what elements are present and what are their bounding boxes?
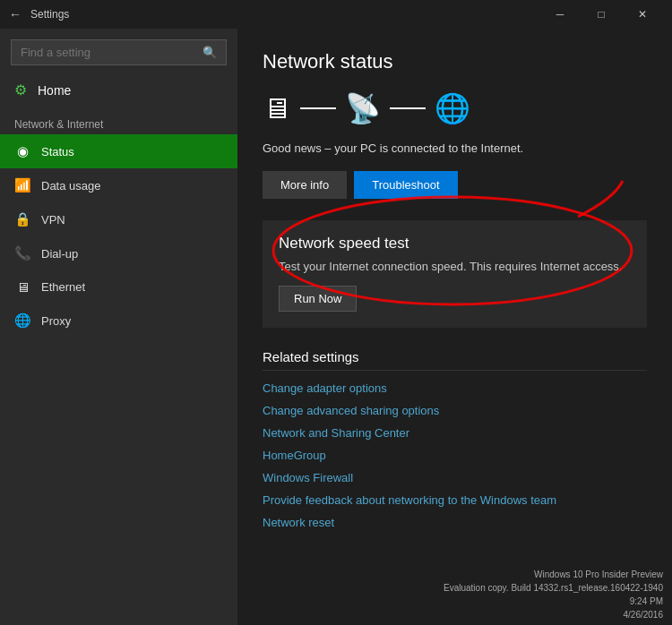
sidebar-item-vpn-label: VPN	[41, 213, 65, 227]
speed-test-section: Network speed test Test your Internet co…	[263, 220, 647, 328]
troubleshoot-button[interactable]: Troubleshoot	[354, 171, 457, 199]
home-icon: ⚙	[14, 81, 27, 98]
main-window: 🔍 ⚙ Home Network & Internet ◉ Status 📶 D…	[0, 29, 672, 625]
sidebar-item-data-usage-label: Data usage	[41, 179, 101, 193]
taskbar-line3: 9:24 PM	[444, 595, 663, 608]
search-icon: 🔍	[202, 46, 217, 59]
related-link-network-reset[interactable]: Network reset	[263, 516, 647, 529]
window-title: Settings	[30, 8, 539, 21]
sidebar-item-vpn[interactable]: 🔒 VPN	[0, 202, 237, 236]
related-link-windows-firewall[interactable]: Windows Firewall	[263, 471, 647, 484]
vpn-icon: 🔒	[14, 211, 30, 227]
globe-icon: 🌐	[435, 91, 470, 125]
title-bar: ← Settings ─ □ ✕	[0, 0, 672, 29]
status-icon: ◉	[14, 143, 30, 159]
sidebar-item-dial-up[interactable]: 📞 Dial-up	[0, 236, 237, 270]
sidebar-item-data-usage[interactable]: 📶 Data usage	[0, 168, 237, 202]
search-input[interactable]	[21, 46, 195, 59]
related-settings-title: Related settings	[263, 349, 647, 371]
taskbar-line1: Windows 10 Pro Insider Preview	[444, 568, 663, 581]
more-info-button[interactable]: More info	[263, 171, 347, 199]
related-link-sharing-options[interactable]: Change advanced sharing options	[263, 404, 647, 417]
nav-home-label: Home	[38, 83, 71, 98]
maximize-button[interactable]: □	[581, 0, 622, 29]
nav-section-header: Network & Internet	[0, 107, 237, 134]
related-link-change-adapter[interactable]: Change adapter options	[263, 381, 647, 395]
proxy-icon: 🌐	[14, 312, 30, 329]
run-now-button[interactable]: Run Now	[279, 286, 357, 312]
line1	[300, 107, 336, 109]
related-link-homegroup[interactable]: HomeGroup	[263, 449, 647, 462]
sidebar-item-status[interactable]: ◉ Status	[0, 134, 237, 168]
related-link-feedback[interactable]: Provide feedback about networking to the…	[263, 493, 647, 507]
page-title: Network status	[263, 50, 647, 73]
sidebar: 🔍 ⚙ Home Network & Internet ◉ Status 📶 D…	[0, 29, 237, 625]
speed-test-title: Network speed test	[279, 235, 631, 253]
nav-home[interactable]: ⚙ Home	[0, 73, 237, 107]
related-link-network-sharing-center[interactable]: Network and Sharing Center	[263, 426, 647, 440]
sidebar-item-proxy[interactable]: 🌐 Proxy	[0, 304, 237, 338]
taskbar-info: Windows 10 Pro Insider Preview Evaluatio…	[444, 568, 663, 621]
speed-test-description: Test your Internet connection speed. Thi…	[279, 260, 631, 273]
sidebar-item-ethernet-label: Ethernet	[41, 280, 85, 294]
minimize-button[interactable]: ─	[539, 0, 581, 29]
content-area: Network status 🖥 📡 🌐 Good news – your PC…	[237, 29, 672, 625]
connection-status-text: Good news – your PC is connected to the …	[263, 141, 647, 155]
sidebar-item-status-label: Status	[41, 145, 74, 158]
search-box[interactable]: 🔍	[11, 39, 227, 65]
data-usage-icon: 📶	[14, 177, 30, 193]
taskbar-line4: 4/26/2016	[444, 608, 663, 621]
network-status-icons: 🖥 📡 🌐	[263, 91, 647, 125]
router-icon: 📡	[345, 91, 381, 125]
sidebar-item-ethernet[interactable]: 🖥 Ethernet	[0, 270, 237, 304]
back-button[interactable]: ←	[9, 7, 22, 21]
sidebar-item-proxy-label: Proxy	[41, 314, 71, 328]
line2	[390, 107, 426, 109]
laptop-icon: 🖥	[263, 92, 291, 125]
action-buttons: More info Troubleshoot	[263, 171, 647, 199]
close-button[interactable]: ✕	[622, 0, 663, 29]
dial-up-icon: 📞	[14, 245, 30, 261]
ethernet-icon: 🖥	[14, 279, 30, 295]
window-controls: ─ □ ✕	[539, 0, 663, 29]
sidebar-item-dial-up-label: Dial-up	[41, 247, 78, 261]
taskbar-line2: Evaluation copy. Build 14332.rs1_release…	[444, 581, 663, 595]
